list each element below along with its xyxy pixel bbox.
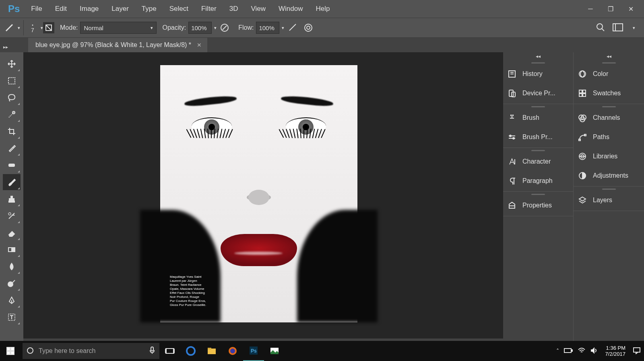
panel-brush[interactable]: Brush bbox=[503, 108, 573, 127]
paths-icon bbox=[578, 132, 587, 142]
panel-swatches[interactable]: Swatches bbox=[574, 84, 644, 103]
eyedropper-tool[interactable] bbox=[3, 140, 21, 156]
menu-layer[interactable]: Layer bbox=[105, 0, 135, 18]
eraser-tool[interactable] bbox=[3, 225, 21, 241]
menu-edit[interactable]: Edit bbox=[49, 0, 73, 18]
taskbar-clock[interactable]: 1:36 PM 7/2/2017 bbox=[605, 345, 625, 357]
type-tool[interactable] bbox=[3, 309, 21, 325]
menu-select[interactable]: Select bbox=[163, 0, 195, 18]
menu-view[interactable]: View bbox=[244, 0, 272, 18]
menu-3d[interactable]: 3D bbox=[223, 0, 245, 18]
brush-panel-toggle-icon[interactable] bbox=[43, 22, 54, 33]
panel-color[interactable]: Color bbox=[574, 64, 644, 84]
svg-point-11 bbox=[8, 213, 11, 215]
tool-preset-icon[interactable] bbox=[3, 22, 15, 34]
history-brush-tool[interactable] bbox=[3, 208, 21, 224]
panel-brush-presets[interactable]: Brush Pr... bbox=[503, 127, 573, 147]
chevron-down-icon[interactable]: ▾ bbox=[633, 25, 635, 31]
chevron-down-icon[interactable]: ▾ bbox=[214, 25, 217, 31]
airbrush-icon[interactable] bbox=[287, 22, 298, 33]
chevron-down-icon[interactable]: ▾ bbox=[18, 25, 20, 31]
blend-mode-select[interactable]: Normal ▾ bbox=[80, 22, 157, 34]
svg-point-3 bbox=[307, 26, 310, 29]
panel-channels[interactable]: Channels bbox=[574, 108, 644, 127]
collapse-panels-icon[interactable]: ◂◂ bbox=[574, 52, 644, 60]
flow-input[interactable]: 100% bbox=[256, 22, 279, 34]
panel-character[interactable]: Character bbox=[503, 152, 573, 171]
pressure-opacity-icon[interactable] bbox=[219, 22, 230, 33]
svg-point-44 bbox=[187, 347, 195, 355]
wifi-icon[interactable] bbox=[578, 347, 586, 355]
edge-icon[interactable] bbox=[180, 341, 201, 361]
menu-file[interactable]: File bbox=[25, 0, 48, 18]
history-icon bbox=[507, 69, 517, 79]
blur-tool[interactable] bbox=[3, 258, 21, 275]
battery-icon[interactable] bbox=[564, 348, 573, 355]
collapse-panels-icon[interactable]: ◂◂ bbox=[503, 52, 573, 60]
brush-size-value: 7 bbox=[31, 28, 34, 33]
dodge-tool[interactable] bbox=[3, 275, 21, 291]
firefox-icon[interactable] bbox=[222, 341, 243, 361]
svg-rect-54 bbox=[634, 348, 640, 352]
action-center-icon[interactable] bbox=[633, 347, 641, 355]
properties-icon bbox=[507, 201, 517, 210]
start-button[interactable] bbox=[0, 347, 21, 355]
opacity-input[interactable]: 100% bbox=[188, 22, 212, 34]
minimize-icon[interactable]: ─ bbox=[580, 1, 601, 17]
volume-icon[interactable] bbox=[590, 347, 598, 355]
close-tab-icon[interactable]: ✕ bbox=[197, 42, 202, 48]
chevron-down-icon[interactable]: ▾ bbox=[282, 25, 284, 31]
svg-rect-53 bbox=[571, 350, 572, 351]
panel-adjustments[interactable]: Adjustments bbox=[574, 166, 644, 185]
document-canvas[interactable]: Maquillage Yves SaintLaurent par JürgenB… bbox=[160, 65, 357, 322]
expand-toolbox-icon[interactable]: ▸▸ bbox=[3, 44, 8, 50]
menu-image[interactable]: Image bbox=[73, 0, 105, 18]
photoshop-taskbar-icon[interactable]: Ps bbox=[243, 341, 264, 361]
panel-properties[interactable]: Properties bbox=[503, 196, 573, 215]
search-icon[interactable] bbox=[596, 23, 605, 33]
taskbar-search[interactable]: Type here to search bbox=[23, 343, 159, 359]
close-icon[interactable]: ✕ bbox=[621, 1, 641, 17]
stamp-tool[interactable] bbox=[3, 191, 21, 207]
menu-help[interactable]: Help bbox=[309, 0, 336, 18]
quick-select-tool[interactable] bbox=[3, 107, 21, 123]
tray-chevron-up-icon[interactable]: ˄ bbox=[556, 348, 559, 354]
document-tab[interactable]: blue eye.jpg @ 97% (Black & White 1, Lay… bbox=[28, 38, 207, 52]
gradient-tool[interactable] bbox=[3, 242, 21, 258]
panel-history[interactable]: History bbox=[503, 64, 573, 84]
brush-size-picker[interactable]: • 7 bbox=[27, 23, 38, 33]
options-bar: ▾ • 7 ▾ Mode: Normal ▾ Opacity: 100% ▾ F… bbox=[0, 18, 644, 38]
mic-icon[interactable] bbox=[149, 346, 155, 356]
panel-dock: ◂◂ History Device Pr... Brush Brush Pr..… bbox=[503, 52, 644, 350]
paragraph-icon bbox=[507, 176, 517, 186]
panel-paragraph[interactable]: Paragraph bbox=[503, 171, 573, 191]
task-view-icon[interactable] bbox=[159, 341, 180, 361]
color-icon bbox=[578, 69, 587, 79]
panel-device-preview[interactable]: Device Pr... bbox=[503, 84, 573, 103]
brush-tool[interactable] bbox=[3, 174, 21, 190]
svg-rect-5 bbox=[613, 24, 623, 31]
pen-tool[interactable] bbox=[3, 292, 21, 308]
marquee-tool[interactable] bbox=[3, 73, 21, 89]
canvas-area[interactable]: Maquillage Yves SaintLaurent par JürgenB… bbox=[23, 52, 503, 338]
lasso-tool[interactable] bbox=[3, 90, 21, 106]
brush-presets-icon bbox=[507, 132, 517, 142]
panel-layers[interactable]: Layers bbox=[574, 191, 644, 210]
move-tool[interactable] bbox=[3, 56, 21, 72]
healing-brush-tool[interactable] bbox=[3, 157, 21, 173]
panel-libraries[interactable]: Libraries bbox=[574, 147, 644, 166]
maximize-icon[interactable]: ❐ bbox=[601, 1, 621, 17]
workspace-switcher-icon[interactable] bbox=[613, 23, 623, 33]
svg-rect-10 bbox=[10, 165, 11, 166]
file-explorer-icon[interactable] bbox=[201, 341, 222, 361]
menu-type[interactable]: Type bbox=[135, 0, 163, 18]
system-tray: ˄ 1:36 PM 7/2/2017 bbox=[556, 345, 644, 357]
menu-filter[interactable]: Filter bbox=[195, 0, 223, 18]
panel-paths[interactable]: Paths bbox=[574, 127, 644, 147]
opacity-label: Opacity: bbox=[162, 24, 186, 31]
pressure-size-icon[interactable] bbox=[303, 22, 314, 33]
photos-icon[interactable] bbox=[264, 341, 285, 361]
libraries-icon bbox=[578, 152, 587, 161]
menu-window[interactable]: Window bbox=[272, 0, 309, 18]
crop-tool[interactable] bbox=[3, 123, 21, 139]
